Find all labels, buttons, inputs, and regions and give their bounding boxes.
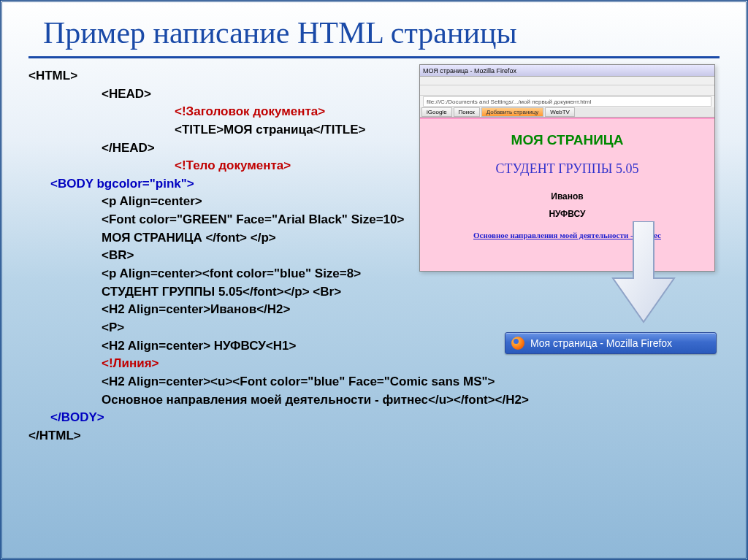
preview-toolbar [420, 85, 714, 96]
taskbar-button[interactable]: Моя страница - Mozilla Firefox [505, 332, 717, 354]
code-line: Основное направления моей деятельности -… [28, 391, 746, 410]
preview-tab: Добавить страницу [481, 107, 544, 117]
browser-preview: МОЯ страница - Mozilla Firefox file:///C… [419, 64, 715, 272]
preview-titlebar: МОЯ страница - Mozilla Firefox [420, 65, 714, 77]
preview-heading2: СТУДЕНТ ГРУППЫ 5.05 [426, 161, 709, 177]
preview-tabs: iGoogle Поиск Добавить страницу WebTV [420, 107, 714, 118]
preview-org: НУФВСУ [426, 209, 709, 219]
title-underline [28, 56, 720, 58]
preview-tab: Поиск [454, 107, 480, 117]
preview-link: Основное направления моей деятельности -… [426, 231, 709, 239]
preview-address-bar: file:///C:/Documents and Settings/.../мо… [423, 96, 711, 107]
preview-address-text: file:///C:/Documents and Settings/.../мо… [427, 99, 591, 105]
code-line: СТУДЕНТ ГРУППЫ 5.05</font></p> <Br> [28, 283, 746, 302]
code-line: <H2 Align=center><u><Font color="blue" F… [28, 373, 746, 391]
preview-page: МОЯ СТРАНИЦА СТУДЕНТ ГРУППЫ 5.05 Иванов … [420, 118, 714, 271]
preview-title-text: МОЯ страница - Mozilla Firefox [423, 67, 516, 74]
preview-name: Иванов [426, 191, 709, 202]
preview-menubar [420, 77, 714, 85]
preview-heading1: МОЯ СТРАНИЦА [426, 132, 709, 148]
preview-tab: iGoogle [421, 107, 452, 117]
preview-tab: WebTV [545, 107, 575, 117]
code-line: <H2 Align=center>Иванов</H2> [28, 301, 746, 319]
firefox-icon [511, 337, 524, 350]
code-comment: <!Линия> [28, 355, 746, 373]
code-line: </BODY> [28, 409, 746, 427]
slide-title: Пример написание HTML страницы [2, 2, 746, 50]
code-line: </HTML> [28, 427, 746, 445]
taskbar-label: Моя страница - Mozilla Firefox [530, 337, 672, 349]
